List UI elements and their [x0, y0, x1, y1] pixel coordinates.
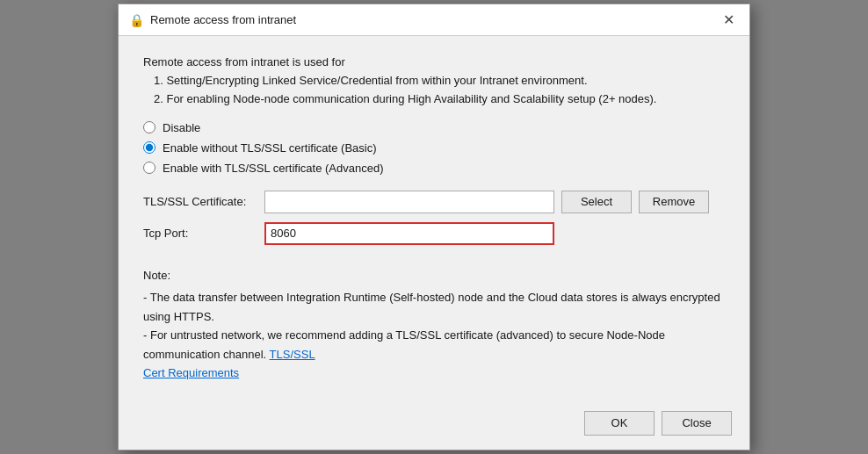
note-section: Note: - The data transfer between Integr… [143, 266, 725, 383]
remote-access-dialog: 🔒 Remote access from intranet ✕ Remote a… [118, 4, 750, 450]
note-line2-prefix: - For untrusted network, we recommend ad… [143, 328, 665, 360]
dialog-title: Remote access from intranet [150, 13, 296, 26]
ok-button[interactable]: OK [584, 411, 655, 436]
description-point2: 2. For enabling Node-node communication … [143, 90, 725, 109]
radio-enable-advanced[interactable]: Enable with TLS/SSL certificate (Advance… [143, 162, 725, 175]
cert-input[interactable] [264, 191, 554, 213]
cert-label: TLS/SSL Certificate: [143, 195, 257, 208]
select-button[interactable]: Select [561, 191, 632, 213]
port-label: Tcp Port: [143, 227, 257, 240]
dialog-body: Remote access from intranet is used for … [119, 36, 749, 400]
dialog-footer: OK Close [119, 400, 749, 450]
tls-ssl-link[interactable]: TLS/SSL [270, 348, 315, 361]
description-section: Remote access from intranet is used for … [143, 54, 725, 108]
note-title: Note: [143, 266, 725, 285]
radio-disable-label: Disable [163, 121, 200, 134]
radio-enable-basic-label: Enable without TLS/SSL certificate (Basi… [163, 141, 377, 155]
radio-enable-basic[interactable]: Enable without TLS/SSL certificate (Basi… [143, 141, 725, 155]
title-bar: 🔒 Remote access from intranet ✕ [119, 4, 749, 36]
description-point1: 1. Setting/Encrypting Linked Service/Cre… [143, 72, 725, 90]
port-row: Tcp Port: [143, 222, 725, 245]
note-line2: - For untrusted network, we recommend ad… [143, 326, 725, 364]
title-bar-left: 🔒 Remote access from intranet [129, 13, 296, 27]
note-line3: Cert Requirements [143, 364, 725, 382]
remove-button[interactable]: Remove [639, 191, 709, 213]
dialog-icon: 🔒 [129, 13, 143, 27]
note-line1: - The data transfer between Integration … [143, 288, 725, 326]
close-icon-button[interactable]: ✕ [718, 10, 739, 31]
close-button[interactable]: Close [662, 411, 732, 436]
cert-row: TLS/SSL Certificate: Select Remove [143, 191, 725, 213]
radio-enable-basic-input[interactable] [143, 141, 156, 154]
port-input[interactable] [264, 222, 554, 245]
cert-requirements-link[interactable]: Cert Requirements [143, 366, 239, 379]
radio-disable-input[interactable] [143, 121, 156, 133]
radio-enable-advanced-label: Enable with TLS/SSL certificate (Advance… [163, 162, 383, 175]
description-intro: Remote access from intranet is used for [143, 54, 725, 72]
radio-enable-advanced-input[interactable] [143, 162, 156, 174]
radio-group: Disable Enable without TLS/SSL certifica… [143, 121, 725, 175]
radio-disable[interactable]: Disable [143, 121, 725, 134]
